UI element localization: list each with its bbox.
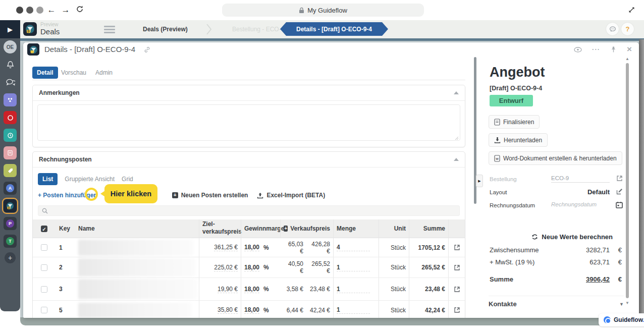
guideflow-badge[interactable]: Guideflow.	[599, 313, 644, 326]
col-menge[interactable]: Menge	[333, 219, 379, 238]
cell-menge[interactable]: 1	[333, 278, 379, 300]
window-maximize-button[interactable]	[36, 7, 43, 14]
menu-button[interactable]	[104, 26, 115, 35]
deals-app-logo[interactable]: D	[23, 22, 37, 36]
scroll-up-arrow[interactable]: ▲	[625, 57, 629, 61]
finalisieren-button[interactable]: Finalisieren	[489, 115, 540, 129]
bestellung-value[interactable]: ECO-9	[551, 175, 610, 183]
cell-marge[interactable]: 18,00%	[241, 301, 280, 318]
browser-forward-button[interactable]: →	[61, 5, 71, 15]
zwischensumme-row: Zwischensumme 3282,71 €	[490, 246, 624, 254]
col-summe[interactable]: Summe	[409, 219, 448, 238]
cell-menge[interactable]: 1	[333, 301, 379, 318]
resize-handle-icon[interactable]	[455, 136, 459, 140]
window-minimize-button[interactable]	[26, 7, 33, 14]
col-name[interactable]: Name	[75, 224, 199, 233]
app-icon-teal[interactable]	[4, 129, 17, 142]
browser-back-button[interactable]: ←	[46, 5, 57, 15]
messages-button[interactable]	[4, 76, 17, 89]
select-all-checkbox[interactable]: ✓	[41, 226, 47, 232]
copy-link-button[interactable]	[143, 46, 151, 53]
rechnungsdatum-input[interactable]: Rechnungsdatum	[551, 201, 610, 207]
tab-vorschau[interactable]: Vorschau	[57, 67, 91, 79]
collapse-icon[interactable]	[454, 91, 459, 94]
kontakte-section-toggle[interactable]: Kontakte ▼	[489, 296, 624, 308]
excel-import-button[interactable]: Excel-Import (BETA)	[257, 192, 325, 199]
browser-address-bar[interactable]: My Guideflow	[222, 4, 424, 17]
window-close-button[interactable]	[16, 7, 23, 14]
app-icon-tasks[interactable]: T	[4, 235, 17, 248]
col-ziel-verkaufspreis[interactable]: Ziel-verkaufspreis	[199, 219, 241, 238]
edit-layout-button[interactable]	[616, 188, 623, 195]
open-bestellung-button[interactable]	[616, 175, 623, 182]
col-gewinnmarge[interactable]: Gewinnmarge	[241, 219, 280, 238]
expand-column-icon[interactable]: +	[284, 226, 288, 232]
panel-scrollbar[interactable]	[626, 63, 629, 298]
deals-funnel-icon: D	[6, 202, 14, 210]
create-posten-label: Neuen Posten erstellen	[181, 192, 248, 199]
app-icon-pink[interactable]	[4, 146, 17, 159]
app-icon-red[interactable]	[4, 111, 17, 124]
browser-reload-button[interactable]	[76, 5, 86, 15]
anmerkungen-textarea[interactable]	[37, 104, 460, 141]
herunterladen-button[interactable]: Herunterladen	[489, 133, 548, 147]
create-posten-button[interactable]: + Neuen Posten erstellen	[172, 192, 248, 199]
avatar-initials: OE	[7, 44, 14, 50]
sidebar-play-button[interactable]: ▶	[0, 20, 20, 38]
cell-name-redacted	[75, 278, 199, 300]
row-checkbox[interactable]	[41, 307, 47, 313]
cell-ziel[interactable]: 225,02 €	[199, 257, 241, 277]
cell-marge[interactable]: 18,00%	[241, 257, 280, 277]
word-dokument-button[interactable]: w Word-Dokument erstellen & herunterlade…	[489, 151, 622, 165]
app-icon-olive[interactable]	[4, 164, 17, 177]
breadcrumb-bestellung[interactable]: Bestellung - ECO-9	[232, 26, 284, 33]
table-search-input[interactable]	[38, 205, 460, 216]
app-icon-purple[interactable]	[4, 93, 17, 106]
col-unit[interactable]: Unit	[379, 219, 409, 238]
collapse-icon[interactable]	[454, 158, 459, 161]
cell-marge[interactable]: 18,00%	[241, 278, 280, 300]
view-tab-grid[interactable]: Grid	[122, 176, 133, 183]
tab-admin[interactable]: Admin	[91, 67, 117, 79]
open-item-button[interactable]	[448, 301, 465, 318]
cell-menge[interactable]: 4	[333, 238, 379, 257]
cell-ziel[interactable]: 19,90 €	[199, 278, 241, 300]
app-icon-globe[interactable]: A	[4, 182, 17, 195]
col-key[interactable]: Key	[56, 224, 75, 233]
cell-marge[interactable]: 18,00%	[241, 238, 280, 257]
breadcrumb-deals[interactable]: Deals (Preview)	[143, 26, 188, 33]
breadcrumb-details-active[interactable]: Details - [Draft] O-ECO-9-4	[280, 22, 388, 36]
app-icon-deals-active[interactable]: D	[4, 199, 17, 212]
calendar-button[interactable]	[616, 201, 623, 208]
open-item-button[interactable]	[448, 238, 465, 257]
cell-ziel[interactable]: 35,80 €	[199, 301, 241, 318]
col-verkaufspreis[interactable]: + Verkaufspreis	[280, 219, 333, 238]
help-button[interactable]: ?	[621, 23, 634, 35]
app-icon-presentations[interactable]: P	[4, 217, 17, 230]
notifications-button[interactable]	[4, 58, 17, 71]
layout-value[interactable]: Default	[551, 188, 610, 196]
table-row[interactable]: 3 19,90 € 18,00% 3,58 € 23,48 € 1 Stück …	[33, 278, 465, 301]
view-tab-grouped[interactable]: Gruppierte Ansicht	[65, 176, 115, 183]
recalculate-button[interactable]: Neue Werte berechnen	[531, 233, 613, 241]
table-row[interactable]: 1 361,25 € 18,00% 65,03 € 426,28 € 4 Stü…	[33, 238, 465, 257]
view-tab-list[interactable]: List	[38, 173, 58, 185]
table-row[interactable]: 5 35,80 € 18,00% 6,44 € 42,24 € 1 Stück …	[33, 301, 465, 318]
table-header-row: ✓ Key Name Ziel-verkaufspreis Gewinnmarg…	[33, 219, 465, 238]
add-app-button[interactable]: +	[5, 252, 16, 263]
user-avatar[interactable]: OE	[4, 40, 17, 53]
row-checkbox[interactable]	[41, 264, 47, 271]
open-item-button[interactable]	[448, 278, 465, 300]
scroll-down-arrow[interactable]: ▼	[625, 301, 629, 305]
cell-menge[interactable]: 1	[333, 257, 379, 277]
row-checkbox[interactable]	[41, 286, 47, 293]
row-checkbox[interactable]	[41, 244, 47, 251]
table-row[interactable]: 2 225,02 € 18,00% 40,50 € 265,52 € 1 Stü…	[33, 257, 465, 278]
cluster-icon	[7, 97, 13, 103]
field-rechnungsdatum: Rechnungsdatum Rechnungsdatum	[490, 201, 623, 211]
open-item-button[interactable]	[448, 257, 465, 277]
cell-ziel[interactable]: 361,25 €	[199, 238, 241, 257]
browser-expand-button[interactable]	[627, 6, 636, 14]
tab-detail[interactable]: Detail	[32, 67, 58, 79]
feedback-button[interactable]	[606, 23, 619, 35]
